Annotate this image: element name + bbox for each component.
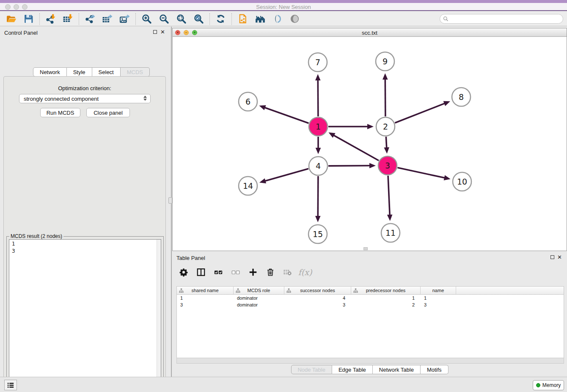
cell-successor-nodes[interactable]: 4	[284, 295, 351, 301]
node-11[interactable]: 11	[381, 224, 400, 242]
columns-button[interactable]	[195, 267, 206, 278]
tab-network[interactable]: Network	[33, 67, 67, 77]
edge-1-6[interactable]	[264, 108, 309, 123]
open-session-button[interactable]	[3, 13, 20, 25]
edge-3-11[interactable]	[388, 176, 390, 215]
tab-select[interactable]: Select	[92, 67, 121, 77]
network-canvas[interactable]: 1234678910111415	[173, 37, 567, 251]
refresh-button[interactable]	[212, 13, 229, 25]
vizmap-button[interactable]	[269, 13, 286, 25]
cell-MCDS-role[interactable]: dominator	[234, 301, 284, 308]
cell-successor-nodes[interactable]: 3	[284, 301, 351, 308]
close-panel-icon[interactable]: ✕	[160, 29, 165, 35]
table-delete-button	[282, 267, 293, 278]
save-session-button[interactable]	[20, 13, 37, 25]
node-9[interactable]: 9	[376, 52, 394, 71]
node-1[interactable]: 1	[309, 117, 328, 136]
eye-button[interactable]	[286, 13, 303, 25]
unchecked-boxes-button[interactable]	[230, 267, 241, 278]
float-table-panel-icon[interactable]	[550, 255, 554, 259]
edge-2-3[interactable]	[386, 137, 386, 148]
cell-predecessor-nodes[interactable]: 1	[351, 295, 421, 301]
network-window-titlebar[interactable]: ✕ − + scc.txt	[173, 28, 567, 37]
plus-button[interactable]	[248, 267, 259, 278]
import-network-button[interactable]	[42, 13, 59, 25]
cell-MCDS-role[interactable]: dominator	[234, 295, 284, 301]
export-table-icon	[102, 14, 113, 24]
mcds-result-text[interactable]: 1 3	[9, 239, 161, 392]
splitter-grip[interactable]	[363, 247, 368, 250]
search-box[interactable]	[440, 14, 563, 24]
search-input[interactable]	[449, 14, 563, 23]
edge-arrowhead	[315, 74, 321, 80]
node-2[interactable]: 2	[376, 117, 395, 136]
zoom-fit-icon	[176, 14, 187, 24]
node-14[interactable]: 14	[239, 177, 257, 195]
edge-2-8[interactable]	[395, 103, 445, 123]
import-table-button[interactable]	[59, 13, 77, 25]
tab-node-table[interactable]: Node Table	[291, 365, 332, 374]
mcds-result-title: MCDS result (2 nodes)	[9, 233, 63, 239]
panel-divider-handle[interactable]	[168, 197, 172, 204]
mcds-result-scrollbar[interactable]	[157, 240, 161, 392]
cell-predecessor-nodes[interactable]: 2	[351, 301, 421, 308]
tab-style[interactable]: Style	[67, 67, 92, 77]
node-3[interactable]: 3	[378, 156, 397, 175]
edge-1-7[interactable]	[318, 80, 318, 116]
tab-edge-table[interactable]: Edge Table	[332, 365, 373, 374]
export-table-button[interactable]	[99, 13, 116, 25]
column-header-name[interactable]: name	[421, 287, 456, 295]
node-15[interactable]: 15	[308, 225, 327, 243]
tab-motifs[interactable]: Motifs	[421, 365, 449, 374]
optimization-criterion-label: Optimization criterion:	[4, 85, 165, 91]
edge-4-14[interactable]	[264, 169, 308, 181]
zoom-selected-button[interactable]	[190, 13, 207, 25]
network-graph: 1234678910111415	[173, 37, 567, 251]
trash-button[interactable]	[265, 267, 276, 278]
run-mcds-button[interactable]: Run MCDS	[40, 108, 80, 117]
table-hscrollbar[interactable]	[176, 358, 564, 364]
node-6[interactable]: 6	[239, 92, 257, 111]
zoom-in-icon	[141, 14, 152, 24]
edge-3-10[interactable]	[397, 168, 445, 178]
cell-name[interactable]: 1	[421, 295, 456, 301]
cell-shared-name[interactable]: 1	[177, 295, 234, 301]
table-row[interactable]: 3dominator323	[177, 301, 564, 308]
zoom-in-button[interactable]	[138, 13, 155, 25]
node-8[interactable]: 8	[452, 88, 471, 106]
node-7[interactable]: 7	[308, 53, 327, 72]
node-10[interactable]: 10	[453, 172, 471, 191]
export-image-button[interactable]	[116, 13, 133, 25]
export-network-button[interactable]	[81, 13, 99, 25]
network-from-file-button[interactable]	[234, 13, 251, 25]
edge-4-15[interactable]	[318, 176, 318, 217]
table-row[interactable]: 1dominator411	[177, 295, 564, 301]
mcds-result-group: MCDS result (2 nodes) 1 3	[6, 236, 164, 392]
edge-4-3[interactable]	[328, 166, 370, 166]
zoom-out-button[interactable]	[155, 13, 173, 25]
optimization-criterion-select[interactable]: strongly connected component	[19, 94, 151, 103]
node-4[interactable]: 4	[309, 157, 328, 175]
main-titlebar: Session: New Session	[0, 3, 567, 11]
tab-network-table[interactable]: Network Table	[373, 365, 421, 374]
home-button[interactable]	[251, 13, 269, 25]
float-panel-icon[interactable]	[153, 30, 157, 34]
close-table-panel-icon[interactable]: ✕	[557, 254, 562, 260]
task-history-button[interactable]	[4, 380, 17, 390]
memory-button[interactable]: Memory	[533, 380, 564, 390]
column-header-MCDS-role[interactable]: MCDS role	[234, 287, 284, 295]
gear-button[interactable]	[178, 267, 189, 278]
column-header-shared-name[interactable]: shared name	[177, 287, 234, 295]
tab-mcds[interactable]: MCDS	[121, 67, 150, 77]
cell-shared-name[interactable]: 3	[177, 301, 234, 308]
zoom-fit-button[interactable]	[173, 13, 190, 25]
close-panel-button[interactable]: Close panel	[86, 108, 130, 117]
checked-boxes-button[interactable]	[213, 267, 224, 278]
application-window: Session: New Session Control Panel ✕ Net…	[0, 0, 567, 392]
column-header-predecessor-nodes[interactable]: predecessor nodes	[351, 287, 421, 295]
column-header-successor-nodes[interactable]: successor nodes	[284, 287, 351, 295]
edge-2-9[interactable]	[385, 79, 385, 116]
cell-name[interactable]: 3	[421, 301, 456, 308]
edge-3-1[interactable]	[333, 135, 379, 160]
memory-label: Memory	[542, 382, 561, 388]
